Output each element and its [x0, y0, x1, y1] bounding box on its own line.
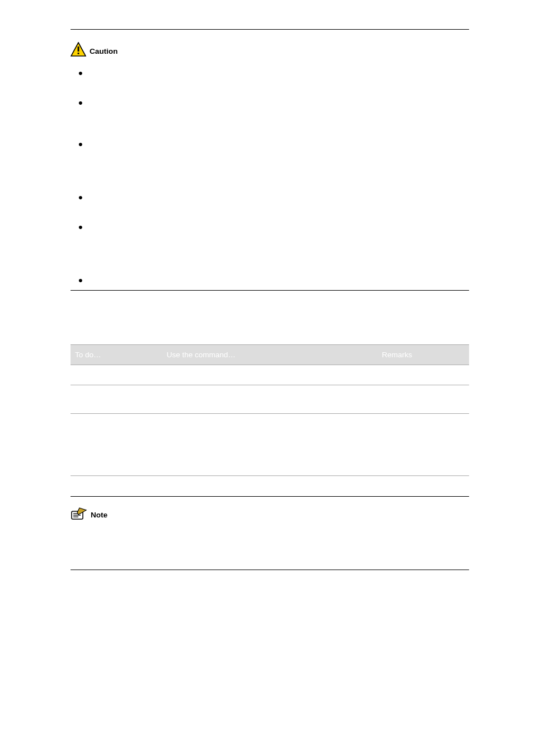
note-header: Note — [71, 507, 469, 520]
table-cell: Enter system view — [71, 365, 162, 385]
table-cell: stp tc-protection enable — [162, 385, 377, 413]
caution-list: Enable root guard on a designated port. … — [71, 66, 469, 284]
table-cell: system-view — [162, 365, 377, 385]
table-cell: Optional 6 by default — [377, 413, 469, 475]
table-row: Set the maximum number of times that a s… — [71, 413, 469, 475]
caution-item: Root guard and loop guard cannot be enab… — [78, 190, 469, 214]
svg-rect-1 — [78, 46, 79, 52]
table-cell: Required Disabled by default — [377, 385, 469, 413]
table-cell: — — [377, 365, 469, 385]
note-callout: Note We recommend that you enable TC-BPD… — [71, 496, 469, 571]
page-number: 1-37 — [0, 725, 534, 734]
command-table: To do… Use the command… Remarks Enter sy… — [71, 344, 469, 476]
note-text: We recommend that you enable TC-BPDU att… — [71, 529, 469, 553]
table-cell: stp tc-protection threshold packet-numbe… — [162, 413, 377, 475]
caution-item: Enable loop guard on the root port and a… — [78, 95, 469, 131]
caution-label: Caution — [90, 47, 118, 57]
caution-item: For information about digest snooping, r… — [78, 273, 469, 284]
section-body: Follow these steps to configure the TC-B… — [71, 326, 469, 338]
table-header: To do… — [71, 344, 162, 365]
section-heading: Configuring TC-BPDU Attack Guard — [71, 313, 469, 323]
table-row: Enter system view system-view — — [71, 365, 469, 385]
svg-rect-2 — [78, 53, 79, 54]
caution-item: Enable root guard on a designated port. … — [78, 66, 469, 90]
caution-item: With the loop guard function enabled, th… — [78, 220, 469, 267]
caution-item: A port cannot be both an edge port and a… — [78, 137, 469, 184]
divider-note-bottom — [71, 570, 469, 570]
divider-top — [71, 29, 469, 30]
table-row: Enable the TC-BPDU attack guard function… — [71, 385, 469, 413]
divider-caution-bottom — [71, 290, 469, 291]
section-body: Follow these steps to configure BPDU Dro… — [71, 610, 469, 622]
table-cell: Set the maximum number of times that a s… — [71, 413, 162, 475]
note-icon — [71, 507, 87, 520]
caution-header: Caution — [71, 42, 469, 57]
divider-note-top — [71, 496, 469, 497]
table-cell: Enable the TC-BPDU attack guard function — [71, 385, 162, 413]
table-header: Remarks — [377, 344, 469, 365]
caution-callout: Caution Enable root guard on a designate… — [71, 42, 469, 291]
note-label: Note — [91, 511, 107, 520]
caution-icon — [71, 42, 86, 57]
page-content: Caution Enable root guard on a designate… — [0, 0, 534, 623]
table-header-row: To do… Use the command… Remarks — [71, 344, 469, 365]
table-header: Use the command… — [162, 344, 377, 365]
section-heading: Configuring BPDU Dropping — [71, 597, 469, 607]
